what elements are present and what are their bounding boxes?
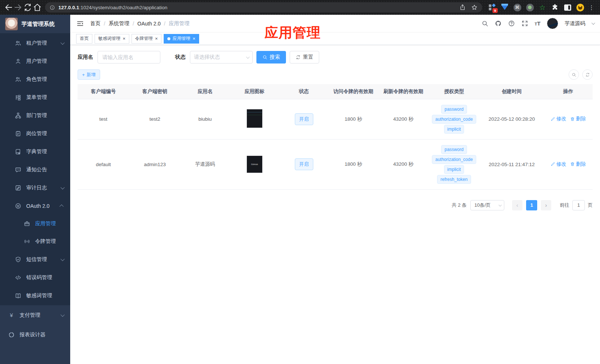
sidebar-item-sms[interactable]: 短信管理 (0, 250, 70, 268)
toggle-search-button[interactable] (569, 69, 579, 80)
extension-gem-icon[interactable] (501, 3, 509, 11)
search-button[interactable]: 搜索 (256, 51, 286, 63)
add-button[interactable]: + 新增 (78, 69, 100, 80)
sidebar-item-oauth[interactable]: OAuth 2.0 (0, 197, 70, 215)
extension-star-icon[interactable]: ☆ (538, 3, 546, 11)
tab-home[interactable]: 首页 (76, 34, 92, 44)
browser-home-button[interactable] (33, 3, 42, 12)
search-icon[interactable] (481, 20, 488, 27)
prev-page-button[interactable]: ‹ (512, 200, 522, 210)
tab-token[interactable]: 令牌管理 × (132, 34, 162, 44)
breadcrumb-current: 应用管理 (169, 20, 190, 27)
github-icon[interactable] (495, 20, 502, 27)
breadcrumb-system[interactable]: 系统管理 (109, 20, 129, 27)
sidebar-item-oauth-application[interactable]: 应用管理 (0, 215, 70, 233)
sidebar-item-role[interactable]: 角色管理 (0, 70, 70, 88)
status-select[interactable]: 请选择状态 (190, 51, 253, 63)
caret-down-icon[interactable] (592, 21, 595, 25)
refresh-table-button[interactable] (582, 69, 593, 80)
sidebar-item-menu[interactable]: 菜单管理 (0, 88, 70, 106)
cell-client-id: default (78, 139, 129, 189)
sidebar-item-errorcode[interactable]: 错误码管理 (0, 268, 70, 286)
grant-tag: password (441, 145, 467, 154)
browser-menu-button[interactable]: ⋮ (587, 4, 596, 11)
close-icon[interactable]: × (192, 36, 195, 41)
sidebar-item-tenant[interactable]: 租户管理 (0, 34, 70, 52)
emoji-avatar-icon (576, 4, 584, 11)
sidebar-item-post[interactable]: 岗位管理 (0, 124, 70, 142)
cell-grant-types: password authorization_code implicit ref… (428, 139, 480, 189)
extension-record-icon[interactable] (526, 3, 534, 11)
browser-forward-button[interactable] (13, 3, 23, 12)
split-square-icon (564, 4, 571, 11)
tab-sensitive-word[interactable]: 敏感词管理 × (95, 34, 129, 44)
table-tool-icons (569, 69, 593, 80)
logo[interactable]: 芋道管理系统 (0, 15, 70, 33)
refresh-icon (585, 72, 590, 77)
report-icon (8, 332, 15, 338)
table-toolbar: + 新增 (78, 69, 593, 80)
sidebar-item-sensitive-word[interactable]: 敏感词管理 (0, 286, 70, 305)
sidebar-item-user[interactable]: 用户管理 (0, 52, 70, 70)
grant-tag: implicit (444, 125, 464, 134)
sidebar-item-pay[interactable]: ¥ 支付管理 (0, 305, 70, 325)
sidebar-item-notice[interactable]: 通知公告 (0, 161, 70, 179)
delete-link[interactable]: 删除 (570, 161, 586, 168)
col-status: 状态 (279, 84, 328, 99)
sidebar-item-label: 错误码管理 (26, 274, 52, 281)
trash-icon (570, 162, 575, 166)
plus-icon: + (82, 72, 85, 78)
sidebar-toggle-icon[interactable] (76, 20, 84, 28)
edit-link[interactable]: 修改 (550, 116, 566, 122)
goto-page: 前往 页 (560, 200, 593, 210)
breadcrumb-home[interactable]: 首页 (90, 20, 100, 27)
app-icon-image (247, 109, 262, 128)
app-name-input[interactable] (98, 51, 160, 63)
breadcrumb-oauth[interactable]: OAuth 2.0 (137, 21, 161, 27)
page-content: 应用名 状态 请选择状态 搜索 重置 (70, 45, 600, 210)
site-info-icon[interactable] (50, 5, 55, 10)
sidebar-item-label: 审计日志 (26, 185, 47, 191)
browser-back-button[interactable] (4, 3, 13, 12)
font-size-icon[interactable]: TT (535, 20, 541, 27)
avatar[interactable] (547, 18, 558, 29)
grant-tag: password (441, 105, 467, 114)
close-icon[interactable]: × (155, 36, 158, 41)
close-icon[interactable]: × (123, 36, 126, 41)
tab-label: 令牌管理 (135, 35, 153, 42)
tab-application[interactable]: 应用管理 × (164, 34, 199, 44)
bookmark-star-icon[interactable] (471, 4, 478, 11)
delete-link[interactable]: 删除 (570, 116, 586, 122)
col-refresh-ttl: 刷新令牌的有效期 (378, 84, 428, 99)
share-icon[interactable] (459, 4, 466, 11)
breadcrumb-separator: / (164, 21, 166, 27)
browser-reload-button[interactable] (23, 3, 33, 12)
sidebar-base-section: ¥ 支付管理 报表设计器 (0, 305, 70, 344)
profile-avatar-button[interactable] (576, 3, 584, 11)
fullscreen-icon[interactable] (521, 20, 528, 27)
edit-link[interactable]: 修改 (550, 161, 566, 168)
extension-command-icon[interactable]: ⌘ (513, 3, 521, 11)
page-size-select[interactable]: 10条/页 (470, 200, 504, 210)
current-page-button[interactable]: 1 (526, 200, 537, 210)
username[interactable]: 芋道源码 (565, 20, 585, 27)
breadcrumb: 首页 / 系统管理 / OAuth 2.0 / 应用管理 (90, 20, 190, 27)
sidebar-item-report[interactable]: 报表设计器 (0, 325, 70, 344)
address-bar[interactable]: 127.0.0.1:1024/system/oauth2/oauth2/appl… (45, 2, 482, 13)
extension-grid-icon[interactable]: 9 (488, 3, 496, 11)
sidebar-item-audit[interactable]: 审计日志 (0, 179, 70, 197)
cell-client-id: test (78, 99, 129, 139)
extensions-puzzle-button[interactable] (551, 3, 559, 11)
users-icon (15, 40, 21, 47)
next-page-button[interactable]: › (541, 200, 551, 210)
extension-panel-icon[interactable] (563, 3, 572, 11)
puzzle-icon (551, 3, 559, 11)
reset-button[interactable]: 重置 (290, 51, 319, 63)
goto-page-input[interactable] (572, 200, 585, 210)
sidebar-item-dept[interactable]: 部门管理 (0, 106, 70, 124)
help-icon[interactable] (508, 20, 515, 27)
chevron-down-icon (498, 203, 501, 206)
sidebar-item-oauth-token[interactable]: 令牌管理 (0, 233, 70, 250)
open-book-icon (15, 292, 21, 299)
sidebar-item-dict[interactable]: 字典管理 (0, 142, 70, 161)
